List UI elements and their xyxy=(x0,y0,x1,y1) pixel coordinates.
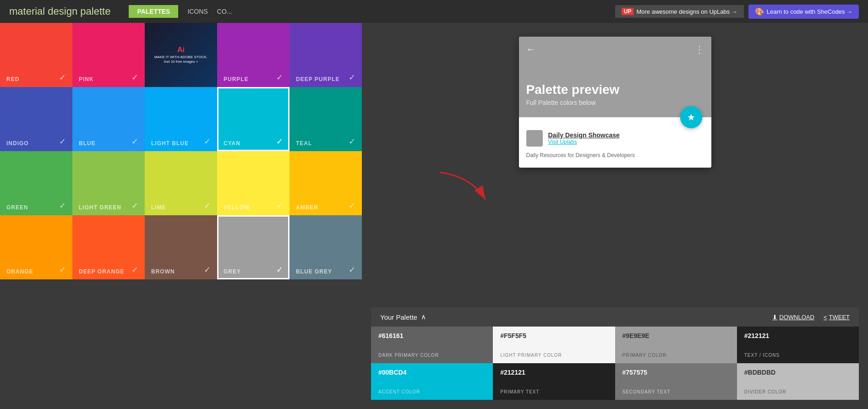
color-cell-indigo[interactable]: INDIGO ✓ xyxy=(0,87,72,151)
check-icon: ✓ xyxy=(204,136,211,147)
nav-palettes[interactable]: PALETTES xyxy=(129,5,178,18)
ad-logo: Ai xyxy=(177,46,185,54)
header: material design palette PALETTES ICONS C… xyxy=(0,0,868,23)
right-panel-inner: ← ⋮ Palette preview Full Palette colors … xyxy=(371,32,859,307)
check-icon: ✓ xyxy=(276,72,283,82)
check-icon: ✓ xyxy=(59,72,66,82)
list-item-link[interactable]: Visit Uplabs xyxy=(548,139,620,145)
palette-color-BDBDBD[interactable]: #BDBDBD DIVIDER COLOR xyxy=(737,363,859,400)
palette-color-212121[interactable]: #212121 PRIMARY TEXT xyxy=(493,363,615,400)
list-item: Daily Design Showcase Visit Uplabs xyxy=(526,126,704,150)
logo-text: material design xyxy=(9,5,80,17)
palette-header: Your Palette ∧ ⬇ DOWNLOAD < TWEET xyxy=(371,307,859,327)
color-cell-blue-grey[interactable]: BLUE GREY ✓ xyxy=(289,215,362,279)
nav: PALETTES ICONS CO... xyxy=(129,5,232,18)
color-cell-orange[interactable]: ORANGE ✓ xyxy=(0,215,72,279)
check-icon: ✓ xyxy=(204,201,211,211)
check-icon: ✓ xyxy=(131,201,138,211)
color-label: GREY xyxy=(224,268,283,275)
color-cell-deep-orange[interactable]: DEEP ORANGE ✓ xyxy=(72,215,145,279)
palette-color-name: PRIMARY TEXT xyxy=(500,389,607,394)
check-icon: ✓ xyxy=(131,265,138,275)
color-cell-pink[interactable]: PINK ✓ xyxy=(72,23,145,87)
color-cell-yellow[interactable]: YELLOW ✓ xyxy=(217,151,289,215)
download-button[interactable]: ⬇ DOWNLOAD xyxy=(772,314,814,321)
nav-colors[interactable]: CO... xyxy=(217,8,232,15)
check-icon: ✓ xyxy=(204,265,211,275)
color-cell-cyan[interactable]: CYAN ✓ xyxy=(217,87,289,151)
tweet-button[interactable]: < TWEET xyxy=(824,314,850,321)
header-right: UP More awesome designs on UpLabs → 🎨 Le… xyxy=(615,5,859,19)
color-cell-ad[interactable]: Ai MAKE IT WITH ADOBE STOCK.Get 10 free … xyxy=(145,23,217,87)
check-icon: ✓ xyxy=(349,201,355,211)
color-cell-light-green[interactable]: LIGHT GREEN ✓ xyxy=(72,151,145,215)
color-cell-amber[interactable]: AMBER ✓ xyxy=(289,151,362,215)
color-label: BLUE xyxy=(79,140,138,147)
color-grid: RED ✓ PINK ✓ Ai MAKE IT WITH ADOBE STOCK… xyxy=(0,23,362,409)
up-label: UP xyxy=(622,8,634,15)
color-cell-grey[interactable]: GREY ✓ xyxy=(217,215,289,279)
color-cell-red[interactable]: RED ✓ xyxy=(0,23,72,87)
list-item-title[interactable]: Daily Design Showcase xyxy=(548,131,620,139)
color-label: GREEN xyxy=(6,204,66,211)
palette-color-name: DARK PRIMARY COLOR xyxy=(378,353,486,358)
uplabs-banner[interactable]: UP More awesome designs on UpLabs → xyxy=(615,5,744,18)
right-panel: ← ⋮ Palette preview Full Palette colors … xyxy=(362,23,868,409)
tweet-label: TWEET xyxy=(829,314,850,321)
palette-hex: #9E9E9E xyxy=(622,332,730,339)
check-icon: ✓ xyxy=(349,136,355,147)
palette-color-name: SECONDARY TEXT xyxy=(622,389,730,394)
palette-color-616161[interactable]: #616161 DARK PRIMARY COLOR xyxy=(371,327,493,363)
color-label: PURPLE xyxy=(224,76,283,82)
color-cell-deep-purple[interactable]: DEEP PURPLE ✓ xyxy=(289,23,362,87)
preview-card: ← ⋮ Palette preview Full Palette colors … xyxy=(519,37,711,168)
logo-highlight: palette xyxy=(80,5,110,17)
list-item-icon xyxy=(526,130,543,147)
color-cell-brown[interactable]: BROWN ✓ xyxy=(145,215,217,279)
color-label: RED xyxy=(6,76,66,82)
star-icon: ★ xyxy=(687,112,695,123)
palette-color-F5F5F5[interactable]: #F5F5F5 LIGHT PRIMARY COLOR xyxy=(493,327,615,363)
shecodes-icon: 🎨 xyxy=(755,7,764,16)
color-label: DEEP PURPLE xyxy=(296,76,355,82)
more-icon[interactable]: ⋮ xyxy=(695,44,704,55)
color-cell-light-blue[interactable]: LIGHT BLUE ✓ xyxy=(145,87,217,151)
shecodes-banner[interactable]: 🎨 Learn to code with SheCodes → xyxy=(748,5,859,19)
palette-color-9E9E9E[interactable]: #9E9E9E PRIMARY COLOR xyxy=(615,327,737,363)
color-cell-teal[interactable]: TEAL ✓ xyxy=(289,87,362,151)
check-icon: ✓ xyxy=(276,136,283,147)
check-icon: ✓ xyxy=(276,201,283,211)
fab-button[interactable]: ★ xyxy=(680,106,702,128)
preview-subtitle: Full Palette colors below xyxy=(526,99,704,106)
check-icon: ✓ xyxy=(131,72,138,82)
palette-panel: Your Palette ∧ ⬇ DOWNLOAD < TWEET xyxy=(371,307,859,400)
color-cell-purple[interactable]: PURPLE ✓ xyxy=(217,23,289,87)
shecodes-text: Learn to code with SheCodes → xyxy=(767,8,852,15)
palette-color-757575[interactable]: #757575 SECONDARY TEXT xyxy=(615,363,737,400)
palette-header-left: Your Palette ∧ xyxy=(380,313,426,321)
palette-color-name: ACCENT COLOR xyxy=(378,389,486,394)
color-cell-green[interactable]: GREEN ✓ xyxy=(0,151,72,215)
color-label: TEAL xyxy=(296,140,355,147)
palette-hex: #212121 xyxy=(744,332,852,339)
color-label: BLUE GREY xyxy=(296,268,355,275)
back-icon[interactable]: ← xyxy=(526,44,535,55)
main: RED ✓ PINK ✓ Ai MAKE IT WITH ADOBE STOCK… xyxy=(0,23,868,409)
ad-text: MAKE IT WITH ADOBE STOCK.Get 10 free ima… xyxy=(154,55,207,65)
preview-card-body: ★ Daily Design Showcase Visit Uplabs Dai… xyxy=(519,117,711,168)
color-label: ORANGE xyxy=(6,268,66,275)
check-icon: ✓ xyxy=(349,265,355,275)
arrow-svg xyxy=(417,168,508,204)
color-cell-blue[interactable]: BLUE ✓ xyxy=(72,87,145,151)
palette-color-00BCD4[interactable]: #00BCD4 ACCENT COLOR xyxy=(371,363,493,400)
palette-color-name: DIVIDER COLOR xyxy=(744,389,852,394)
color-cell-lime[interactable]: LIME ✓ xyxy=(145,151,217,215)
palette-hex: #757575 xyxy=(622,369,730,376)
nav-icons[interactable]: ICONS xyxy=(187,8,207,15)
chevron-up-icon[interactable]: ∧ xyxy=(421,313,426,321)
check-icon: ✓ xyxy=(59,265,66,275)
palette-hex: #212121 xyxy=(500,369,607,376)
check-icon: ✓ xyxy=(59,136,66,147)
color-label: LIME xyxy=(151,204,211,211)
palette-color-212121[interactable]: #212121 TEXT / ICONS xyxy=(737,327,859,363)
